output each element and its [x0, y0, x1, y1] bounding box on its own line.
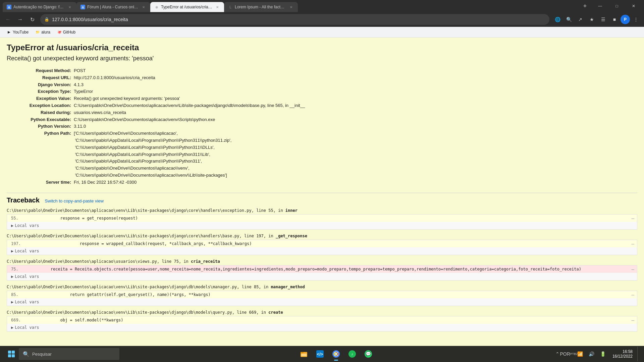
- system-tray: ⌃ PORPTB2 📶 🔊 🔋: [553, 349, 608, 359]
- tab-close-button[interactable]: ✕: [215, 4, 220, 10]
- line-number: 75.: [11, 267, 31, 272]
- local-vars-label: Local vars: [15, 249, 39, 253]
- detail-row: Exception Location:C:\Users\pablo\OneDri…: [7, 102, 637, 109]
- detail-row: Request URL:http://127.0.0.1:8000/usuari…: [7, 74, 637, 81]
- clock-date: 16/12/2022: [612, 354, 633, 359]
- detail-value: POST: [74, 67, 86, 74]
- new-tab-button[interactable]: +: [580, 1, 590, 11]
- local-vars-toggle[interactable]: ▶Local vars: [7, 298, 637, 306]
- tray-battery[interactable]: 🔋: [598, 349, 608, 359]
- clock-time: 16:58: [623, 349, 633, 354]
- page-scroll-area[interactable]: TypeError at /usuarios/cria_receita Rece…: [0, 38, 644, 362]
- forward-button[interactable]: →: [15, 14, 25, 25]
- browser-tab-tab4[interactable]: LLorem Ipsum - All the facts - Lips...✕: [224, 2, 298, 12]
- local-vars-toggle[interactable]: ▶Local vars: [7, 324, 637, 331]
- taskbar-search[interactable]: 🔍 Pesquisar: [19, 348, 119, 360]
- taskbar-app-app-vscode[interactable]: </>: [313, 347, 327, 361]
- sidebar-icon[interactable]: ■: [609, 14, 620, 25]
- taskbar-app-app-whatsapp[interactable]: 💬: [361, 347, 376, 361]
- back-button[interactable]: ←: [3, 14, 13, 25]
- line-code: response = wrapped_callback(request, *ca…: [31, 241, 252, 246]
- detail-value: Receita() got unexpected keyword argumen…: [74, 95, 180, 102]
- svg-text:a: a: [8, 5, 10, 9]
- code-block: 75. receita = Receita.objects.create(pes…: [7, 265, 637, 281]
- collapse-button[interactable]: –: [632, 241, 634, 246]
- tab-close-button[interactable]: ✕: [67, 4, 72, 10]
- reload-button[interactable]: ↻: [27, 14, 38, 25]
- detail-value: 4.1.3: [74, 81, 84, 88]
- app-vscode-icon: </>: [316, 350, 324, 358]
- show-desktop-button[interactable]: [637, 347, 640, 361]
- minimize-button[interactable]: —: [592, 0, 608, 12]
- logo-piece-3: [8, 354, 11, 357]
- tray-keyboard[interactable]: PORPTB2: [564, 349, 574, 359]
- window-controls: — □ ✕: [592, 0, 641, 12]
- toolbar-actions: 🌐 🔍 ↗ ★ ☰ ■ P ⋮: [552, 14, 641, 25]
- bookmark-bm3[interactable]: 🐙GitHub: [54, 28, 78, 36]
- detail-label: Request Method:: [7, 67, 74, 74]
- extensions-icon[interactable]: ☰: [598, 14, 608, 25]
- collapse-button[interactable]: –: [632, 216, 634, 221]
- collapse-button[interactable]: –: [632, 317, 634, 323]
- line-code: response = get_response(request): [31, 216, 138, 221]
- browser-tab-tab2[interactable]: aFórum | Alura - Cursos online de...✕: [76, 2, 150, 12]
- expand-icon: ▶: [11, 274, 13, 279]
- svg-point-12: [335, 353, 337, 355]
- collapse-button[interactable]: –: [632, 266, 634, 272]
- toolbar: ← → ↻ 🔒 127.0.0.1:8000/usuarios/cria_rec…: [0, 12, 644, 27]
- switch-view-link[interactable]: Switch to copy-and-paste view: [45, 198, 104, 203]
- code-block: 85. return getattr(self.get_queryset(), …: [7, 291, 637, 306]
- code-line: 75. receita = Receita.objects.create(pes…: [7, 265, 637, 273]
- svg-rect-6: [301, 354, 307, 356]
- local-vars-toggle[interactable]: ▶Local vars: [7, 273, 637, 280]
- tab-close-button[interactable]: ✕: [288, 4, 294, 10]
- bookmark-icon[interactable]: ★: [586, 14, 597, 25]
- traceback-frames: C:\Users\pablo\OneDrive\Documentos\aplic…: [7, 208, 637, 331]
- local-vars-label: Local vars: [15, 325, 39, 330]
- taskbar-app-app-chrome[interactable]: [329, 347, 343, 361]
- share-icon[interactable]: ↗: [575, 14, 586, 25]
- browser-tab-tab3[interactable]: ⊗TypeError at /usuarios/cria_recei...✕: [150, 2, 224, 12]
- taskbar-app-app-spotify[interactable]: ♪: [345, 347, 360, 361]
- tab-favicon: ⊗: [154, 5, 159, 9]
- clock-area[interactable]: 16:58 16/12/2022: [610, 348, 635, 360]
- bookmark-bm2[interactable]: 📁alura: [33, 28, 53, 36]
- expand-icon: ▶: [11, 300, 13, 304]
- line-number: 197.: [11, 241, 31, 246]
- svg-text:♪: ♪: [351, 352, 353, 356]
- local-vars-toggle[interactable]: ▶Local vars: [7, 222, 637, 229]
- address-bar[interactable]: 🔒 127.0.0.1:8000/usuarios/cria_receita: [40, 14, 549, 25]
- start-button[interactable]: [4, 347, 19, 361]
- error-table: Request Method:POSTRequest URL:http://12…: [7, 67, 637, 186]
- app-spotify-icon: ♪: [348, 350, 356, 358]
- taskbar-center: </> ♪ 💬: [119, 347, 553, 361]
- detail-value: 3.11.0: [74, 123, 86, 130]
- detail-label: Exception Location:: [7, 102, 74, 109]
- detail-label: Raised during:: [7, 109, 74, 116]
- traceback-file-path: C:\Users\pablo\OneDrive\Documentos\aplic…: [7, 285, 637, 289]
- browser-tab-tab1[interactable]: aAutenticação no Django: formula...✕: [3, 2, 76, 12]
- tab-close-button[interactable]: ✕: [141, 4, 146, 10]
- detail-row: Django Version:4.1.3: [7, 81, 637, 88]
- taskbar: 🔍 Pesquisar </> ♪ 💬 ⌃ PORP: [0, 346, 644, 362]
- close-button[interactable]: ✕: [626, 0, 641, 12]
- taskbar-app-app-explorer[interactable]: [297, 347, 311, 361]
- logo-piece-1: [8, 351, 11, 354]
- tab-title: TypeError at /usuarios/cria_recei...: [161, 5, 213, 9]
- logo-piece-4: [12, 354, 15, 357]
- search-icon[interactable]: 🔍: [564, 14, 574, 25]
- search-icon: 🔍: [23, 351, 30, 357]
- security-icon: 🔒: [44, 17, 49, 22]
- bookmark-bm1[interactable]: ▶YouTube: [4, 28, 31, 36]
- detail-label: Server time:: [7, 179, 74, 186]
- collapse-button[interactable]: –: [632, 292, 634, 297]
- translate-icon[interactable]: 🌐: [552, 14, 563, 25]
- tray-volume[interactable]: 🔊: [587, 349, 596, 359]
- maximize-button[interactable]: □: [609, 0, 625, 12]
- svg-text:a: a: [82, 5, 84, 9]
- profile-button[interactable]: P: [621, 15, 630, 24]
- tray-network[interactable]: 📶: [576, 349, 585, 359]
- detail-value: C:\Users\pablo\OneDrive\Documentos\aplic…: [74, 116, 215, 123]
- local-vars-toggle[interactable]: ▶Local vars: [7, 247, 637, 255]
- menu-icon[interactable]: ⋮: [631, 14, 641, 25]
